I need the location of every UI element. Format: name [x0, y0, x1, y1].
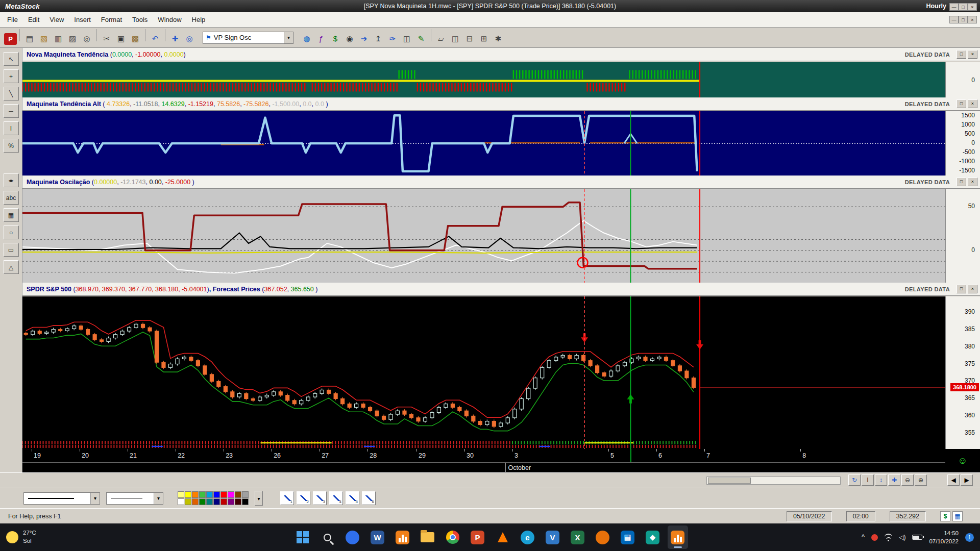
- palette-color-15[interactable]: [213, 498, 220, 505]
- chat-app[interactable]: [342, 525, 363, 549]
- formula-button[interactable]: ƒ: [314, 32, 328, 45]
- print-button[interactable]: ▥: [51, 32, 65, 46]
- menu-edit[interactable]: Edit: [23, 13, 44, 27]
- chrome-app[interactable]: [443, 525, 463, 549]
- scrollbar-thumb[interactable]: [708, 478, 751, 484]
- open-button[interactable]: ▧: [37, 32, 51, 46]
- palette-color-13[interactable]: [199, 498, 206, 505]
- pan-button[interactable]: ✚: [888, 474, 900, 486]
- palette-color-2[interactable]: [192, 491, 199, 498]
- page-prev-button[interactable]: ◀: [947, 474, 960, 486]
- paste-button[interactable]: ▩: [128, 32, 142, 46]
- palette-color-18[interactable]: [235, 498, 241, 505]
- window-grid-button[interactable]: ⊞: [477, 32, 491, 46]
- crosshair-button[interactable]: ✚: [168, 32, 182, 46]
- globe-button[interactable]: ◍: [300, 32, 314, 46]
- chart-preset-4[interactable]: 4: [329, 491, 343, 505]
- dollar-button[interactable]: $: [328, 32, 342, 45]
- triangle-tool[interactable]: △: [4, 260, 19, 274]
- panel-restore-button[interactable]: □: [957, 178, 966, 186]
- cursor-mode-button[interactable]: Ι: [862, 474, 874, 486]
- options-button[interactable]: ✱: [491, 32, 505, 46]
- palette-color-14[interactable]: [206, 498, 213, 505]
- volume-icon[interactable]: ◁): [899, 534, 905, 541]
- restore-button[interactable]: □: [959, 3, 968, 11]
- tray-clock[interactable]: 14:50 07/10/2022: [929, 529, 959, 545]
- vlc-app[interactable]: [493, 525, 513, 549]
- visual-studio-app[interactable]: V: [543, 525, 563, 549]
- restore-button[interactable]: □: [959, 16, 968, 23]
- panel-restore-button[interactable]: □: [957, 285, 966, 293]
- menu-window[interactable]: Window: [153, 13, 186, 27]
- minimize-button[interactable]: —: [949, 3, 959, 11]
- palette-dropdown[interactable]: ▾: [255, 491, 263, 506]
- menu-view[interactable]: View: [44, 13, 69, 27]
- edge-app[interactable]: e: [518, 525, 538, 549]
- explorer-button[interactable]: ◉: [342, 32, 357, 46]
- refresh-button[interactable]: ↻: [848, 474, 861, 486]
- fit-vertical-button[interactable]: ↕: [875, 474, 887, 486]
- forward-button[interactable]: ➔: [357, 32, 371, 46]
- chart-preset-2[interactable]: 2: [297, 491, 310, 505]
- palette-color-9[interactable]: [242, 491, 249, 498]
- panel-header-maquineta-oscilacao[interactable]: Maquineta Oscilação (0.00000, -12.1743, …: [22, 176, 980, 189]
- horizontal-line-tool[interactable]: ─: [4, 104, 19, 118]
- palette-color-0[interactable]: [178, 491, 184, 498]
- close-button[interactable]: ×: [968, 16, 977, 23]
- dollar-status-icon[interactable]: $: [940, 511, 950, 521]
- search-button[interactable]: [317, 525, 338, 549]
- signature-pen-button[interactable]: ✑: [385, 32, 400, 46]
- panel-close-button[interactable]: ×: [968, 50, 977, 59]
- panel-close-button[interactable]: ×: [968, 99, 977, 108]
- downloader-button[interactable]: ↥: [371, 32, 385, 46]
- menu-help[interactable]: Help: [187, 13, 211, 27]
- report-preview-button[interactable]: ◫: [400, 32, 414, 46]
- ellipse-tool[interactable]: ○: [4, 226, 19, 239]
- line-weight-select[interactable]: ▾: [106, 492, 163, 505]
- cut-button[interactable]: ✂: [100, 32, 114, 46]
- chevron-down-icon[interactable]: ▾: [154, 493, 163, 504]
- rectangle-tool[interactable]: ▭: [4, 243, 19, 257]
- notification-badge[interactable]: 1: [965, 533, 974, 542]
- chart-preset-1[interactable]: 1: [280, 491, 294, 505]
- smiley-icon[interactable]: ☺: [958, 455, 967, 466]
- wifi-icon[interactable]: [885, 534, 892, 541]
- metastock-app[interactable]: [393, 525, 413, 549]
- menu-format[interactable]: Format: [96, 13, 127, 27]
- chart-preset-5[interactable]: 5: [346, 491, 359, 505]
- palette-color-8[interactable]: [235, 491, 241, 498]
- vertical-line-tool[interactable]: Ι: [4, 121, 19, 135]
- zoom-tool-button[interactable]: ◎: [182, 32, 197, 46]
- window-tile-vertical-button[interactable]: ◫: [448, 32, 462, 46]
- window-cascade-button[interactable]: ▱: [434, 32, 448, 46]
- zoom-out-button[interactable]: ⊖: [901, 474, 914, 486]
- browser-app[interactable]: [593, 525, 613, 549]
- chart-status-icon[interactable]: ▦: [952, 511, 963, 521]
- weather-widget[interactable]: 27°C Sol: [6, 529, 36, 545]
- palette-color-11[interactable]: [185, 498, 191, 505]
- power-console-button[interactable]: P: [4, 33, 17, 45]
- palette-color-4[interactable]: [206, 491, 213, 498]
- palette-color-12[interactable]: [192, 498, 199, 505]
- powerpoint-app[interactable]: P: [468, 525, 488, 549]
- panel-restore-button[interactable]: □: [957, 99, 966, 108]
- calculator-app[interactable]: ▦: [618, 525, 638, 549]
- copy-button[interactable]: ▣: [114, 32, 128, 46]
- palette-color-17[interactable]: [228, 498, 234, 505]
- start-button[interactable]: [292, 525, 313, 549]
- regression-tool[interactable]: %: [4, 139, 19, 153]
- chart-spdr-sp500[interactable]: [22, 296, 945, 449]
- grid-tool[interactable]: ▦: [4, 208, 19, 222]
- panel-header-spdr-sp500[interactable]: SPDR S&P 500 (368.970, 369.370, 367.770,…: [22, 283, 980, 296]
- page-next-button[interactable]: ▶: [961, 474, 973, 486]
- menu-file[interactable]: File: [2, 13, 23, 27]
- zoom-in-button[interactable]: ⊕: [915, 474, 927, 486]
- minimize-button[interactable]: —: [949, 16, 959, 23]
- palette-color-3[interactable]: [199, 491, 206, 498]
- trendline-tool[interactable]: ╲: [4, 87, 19, 101]
- add-object-tool[interactable]: +: [4, 69, 19, 83]
- find-symbol-button[interactable]: ◎: [80, 32, 94, 46]
- palette-color-7[interactable]: [228, 491, 234, 498]
- excel-app[interactable]: X: [568, 525, 588, 549]
- panel-close-button[interactable]: ×: [968, 178, 977, 186]
